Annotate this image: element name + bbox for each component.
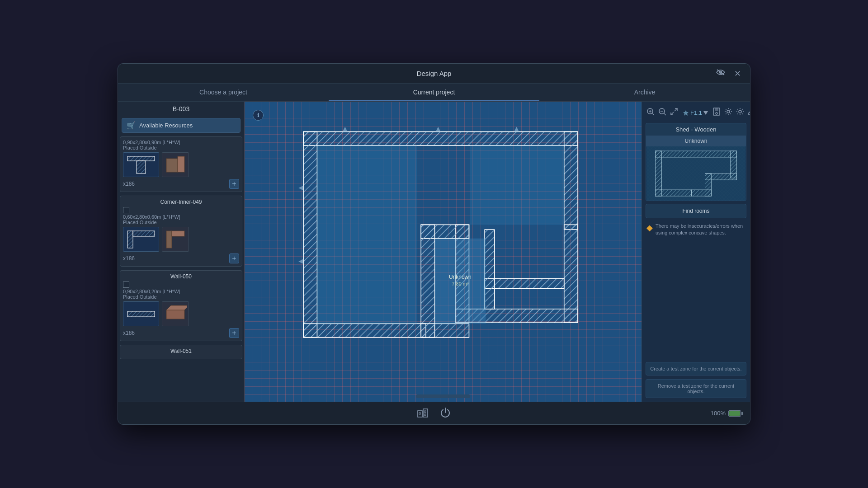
svg-marker-47: [703, 111, 708, 115]
nav-archive[interactable]: Archive: [539, 84, 750, 101]
svg-marker-34: [514, 127, 519, 132]
nav-current-project[interactable]: Current project: [329, 84, 539, 101]
svg-line-43: [664, 113, 666, 115]
room-area-text: 7,80 m²: [452, 281, 469, 286]
resource-count-row: x186 +: [123, 179, 239, 189]
svg-rect-58: [656, 151, 662, 196]
shed-preview: [646, 146, 746, 201]
svg-marker-14: [166, 305, 187, 310]
resource-blueprint-preview: [123, 152, 159, 177]
add-resource-button[interactable]: +: [229, 328, 239, 338]
find-rooms-button[interactable]: Find rooms: [646, 204, 746, 218]
resource-count: x186: [123, 330, 135, 336]
resource-3d-preview: [162, 227, 189, 252]
svg-rect-59: [656, 190, 692, 196]
right-panel: F1.1: [642, 102, 750, 402]
svg-rect-28: [485, 230, 495, 309]
title-bar-controls: ✕: [714, 68, 743, 80]
battery-fill: [729, 411, 740, 416]
resource-card: Wall-050 0,90x2,80x0,20m [L*H*W] Placed …: [120, 270, 242, 341]
resource-card: 0,90x2,80x0,90m [L*H*W] Placed Outside: [120, 136, 242, 192]
svg-rect-27: [485, 279, 564, 289]
resource-placed: Placed Outside: [123, 294, 239, 300]
create-test-zone-button[interactable]: Create a test zone for the current objec…: [646, 362, 746, 375]
svg-rect-5: [178, 156, 184, 172]
svg-rect-8: [133, 231, 155, 236]
resource-card: Wall-051: [120, 345, 242, 359]
resource-count: x186: [123, 255, 135, 262]
resource-checkbox-row: [123, 207, 239, 213]
shed-unknown-label[interactable]: Unknown: [646, 136, 746, 146]
svg-marker-36: [298, 259, 303, 264]
right-toolbar: F1.1: [646, 105, 746, 120]
visibility-toggle-button[interactable]: [714, 68, 727, 79]
buildings-icon-button[interactable]: [417, 406, 429, 421]
svg-rect-57: [656, 151, 737, 157]
save-button[interactable]: [712, 106, 722, 119]
available-resources-button[interactable]: 🛒 Available Resources: [122, 118, 241, 133]
svg-rect-67: [425, 411, 426, 413]
svg-rect-4: [166, 159, 178, 172]
resource-card: Corner-Inner-049 0,60x2,80x0,60m [L*H*W]…: [120, 196, 242, 267]
blueprint-scrollbar-horizontal[interactable]: [416, 394, 470, 398]
project-id: B-003: [118, 102, 244, 116]
svg-rect-49: [715, 108, 718, 111]
resource-dim: 0,60x2,80x0,60m [L*H*W]: [123, 214, 239, 220]
blueprint-info-button[interactable]: ℹ: [253, 110, 264, 121]
svg-rect-7: [127, 231, 133, 248]
info-icon: ℹ: [257, 112, 259, 118]
svg-rect-20: [564, 131, 578, 230]
svg-rect-64: [418, 411, 422, 417]
power-button[interactable]: [439, 406, 451, 421]
battery-display: 100%: [711, 410, 741, 417]
app-title: Design App: [417, 70, 452, 77]
resources-label: Available Resources: [139, 122, 193, 129]
battery-percent: 100%: [711, 410, 726, 417]
zoom-level: F1.1: [690, 109, 702, 116]
warning-text: There may be inaccuracies/errors when us…: [656, 223, 745, 237]
resource-placed: Placed Outside: [123, 220, 239, 225]
svg-line-44: [675, 108, 677, 111]
resource-count-row: x186 +: [123, 253, 239, 263]
nav-choose-project[interactable]: Choose a project: [118, 84, 329, 101]
svg-rect-30: [470, 145, 564, 225]
add-resource-button[interactable]: +: [229, 253, 239, 263]
resource-3d-preview: [162, 152, 189, 177]
shed-title: Shed - Wooden: [646, 123, 746, 136]
svg-rect-18: [303, 131, 317, 337]
svg-rect-21: [564, 225, 578, 323]
resource-checkbox[interactable]: [123, 282, 129, 288]
svg-rect-17: [303, 131, 578, 145]
resource-placed: Placed Outside: [123, 145, 239, 150]
add-resource-button[interactable]: +: [229, 179, 239, 189]
svg-line-45: [671, 112, 674, 115]
svg-rect-3: [137, 161, 146, 174]
resource-checkbox[interactable]: [123, 207, 129, 213]
warning-icon: ◆: [646, 223, 653, 233]
resource-title: Wall-050: [123, 273, 239, 280]
expand-button[interactable]: [669, 107, 679, 119]
resource-title: Wall-051: [123, 348, 239, 354]
remove-test-zone-button[interactable]: Remove a test zone for the current objec…: [646, 379, 746, 398]
warning-area: ◆ There may be inaccuracies/errors when …: [646, 221, 746, 239]
svg-rect-13: [166, 310, 184, 319]
gear-button[interactable]: [735, 107, 745, 119]
resource-images: [123, 152, 239, 177]
zoom-out-button[interactable]: [657, 107, 667, 119]
zoom-in-button[interactable]: [646, 107, 656, 119]
blueprint-area[interactable]: Unknown 7,80 m² ℹ: [245, 102, 642, 402]
svg-rect-2: [127, 156, 155, 161]
settings-button[interactable]: [723, 107, 733, 119]
blueprint-svg: Unknown 7,80 m²: [245, 102, 642, 402]
svg-point-52: [739, 110, 741, 113]
close-button[interactable]: ✕: [732, 68, 743, 80]
room-label-text: Unknown: [449, 274, 472, 280]
battery-icon: [728, 410, 741, 417]
tool-button[interactable]: [747, 107, 750, 119]
resource-blueprint-preview: [123, 227, 159, 252]
shed-info-card: Shed - Wooden Unknown: [646, 123, 746, 201]
resource-dim: 0,90x2,80x0,90m [L*H*W]: [123, 140, 239, 145]
resources-icon: 🛒: [127, 121, 136, 130]
svg-marker-35: [298, 186, 303, 191]
resource-title: Corner-Inner-049: [123, 199, 239, 205]
